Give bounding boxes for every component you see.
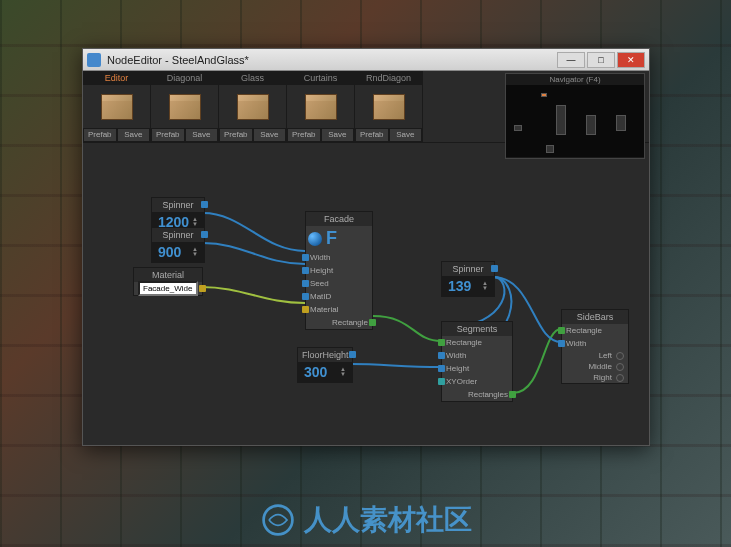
node-material[interactable]: Material — [133, 267, 203, 296]
navigator-panel[interactable]: Navigator (F4) — [505, 73, 645, 159]
toolgroup-diagonal: Diagonal Prefab Save — [151, 71, 219, 142]
node-title: Material — [134, 268, 202, 282]
save-button[interactable]: Save — [389, 128, 423, 142]
prefab-box-icon[interactable] — [287, 85, 354, 128]
prefab-button[interactable]: Prefab — [219, 128, 253, 142]
maximize-button[interactable]: □ — [587, 52, 615, 68]
window-title: NodeEditor - SteelAndGlass* — [107, 54, 557, 66]
prefab-box-icon[interactable] — [151, 85, 218, 128]
node-title: Spinner — [152, 198, 204, 212]
minimize-button[interactable]: — — [557, 52, 585, 68]
facade-icon: F — [306, 226, 372, 251]
spinner-value[interactable]: 139 ▲▼ — [442, 276, 494, 296]
spinner-value[interactable]: 300 ▲▼ — [298, 362, 352, 382]
close-button[interactable]: ✕ — [617, 52, 645, 68]
prefab-button[interactable]: Prefab — [355, 128, 389, 142]
navigator-minimap[interactable] — [506, 85, 644, 157]
prefab-box-icon[interactable] — [219, 85, 286, 128]
app-icon — [87, 53, 101, 67]
tab-curtains[interactable]: Curtains — [287, 71, 354, 85]
toolgroup-editor: Editor Prefab Save — [83, 71, 151, 142]
editor-content: Editor Prefab Save Diagonal Prefab Save … — [83, 71, 649, 445]
save-button[interactable]: Save — [117, 128, 151, 142]
spinner-arrows-icon[interactable]: ▲▼ — [340, 367, 346, 377]
watermark: 人人素材社区 — [260, 501, 472, 539]
navigator-label: Navigator (F4) — [506, 74, 644, 85]
material-field[interactable] — [138, 281, 198, 296]
radio-middle[interactable]: Middle — [562, 361, 628, 372]
radio-right[interactable]: Right — [562, 372, 628, 383]
toolgroup-glass: Glass Prefab Save — [219, 71, 287, 142]
node-facade[interactable]: Facade F Width Height Seed MatID Materia… — [305, 211, 373, 330]
node-title: Spinner — [152, 228, 204, 242]
prefab-button[interactable]: Prefab — [287, 128, 321, 142]
spinner-arrows-icon[interactable]: ▲▼ — [482, 281, 488, 291]
spinner-arrows-icon[interactable]: ▲▼ — [192, 247, 198, 257]
node-title: Facade — [306, 212, 372, 226]
save-button[interactable]: Save — [185, 128, 219, 142]
prefab-button[interactable]: Prefab — [83, 128, 117, 142]
toolgroup-rnddiagon: RndDiagon Prefab Save — [355, 71, 423, 142]
node-title: FloorHeight — [298, 348, 352, 362]
node-spinner-139[interactable]: Spinner 139 ▲▼ — [441, 261, 495, 297]
spinner-value[interactable]: 900 ▲▼ — [152, 242, 204, 262]
node-segments[interactable]: Segments Rectangle Width Height XYOrder … — [441, 321, 513, 402]
titlebar[interactable]: NodeEditor - SteelAndGlass* — □ ✕ — [83, 49, 649, 71]
prefab-box-icon[interactable] — [83, 85, 150, 128]
node-floorheight[interactable]: FloorHeight 300 ▲▼ — [297, 347, 353, 383]
radio-left[interactable]: Left — [562, 350, 628, 361]
tab-glass[interactable]: Glass — [219, 71, 286, 85]
prefab-button[interactable]: Prefab — [151, 128, 185, 142]
node-spinner-900[interactable]: Spinner 900 ▲▼ — [151, 227, 205, 263]
node-title: Segments — [442, 322, 512, 336]
tab-diagonal[interactable]: Diagonal — [151, 71, 218, 85]
save-button[interactable]: Save — [321, 128, 355, 142]
node-editor-window: NodeEditor - SteelAndGlass* — □ ✕ Editor… — [82, 48, 650, 446]
tab-rnddiagon[interactable]: RndDiagon — [355, 71, 422, 85]
prefab-box-icon[interactable] — [355, 85, 422, 128]
tab-editor[interactable]: Editor — [83, 71, 150, 85]
node-sidebars[interactable]: SideBars Rectangle Width Left Middle Rig… — [561, 309, 629, 384]
node-title: SideBars — [562, 310, 628, 324]
node-title: Spinner — [442, 262, 494, 276]
save-button[interactable]: Save — [253, 128, 287, 142]
spinner-arrows-icon[interactable]: ▲▼ — [192, 217, 198, 227]
toolgroup-curtains: Curtains Prefab Save — [287, 71, 355, 142]
